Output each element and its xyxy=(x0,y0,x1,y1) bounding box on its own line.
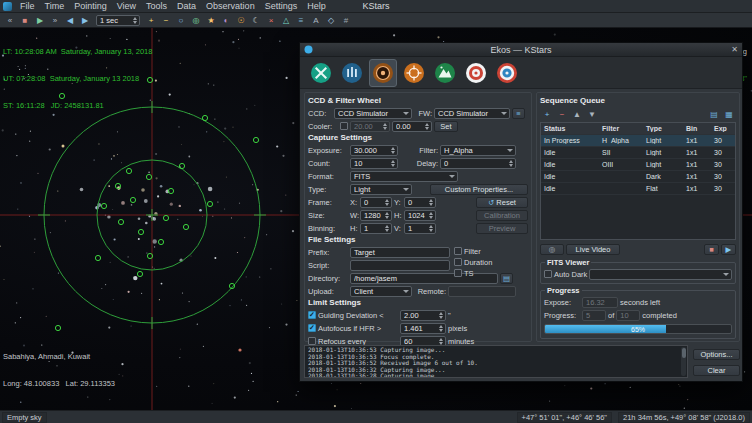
refocus-every-checkbox[interactable] xyxy=(308,337,316,345)
bin-v-spin[interactable]: 1 xyxy=(404,223,436,234)
reset-frame-button[interactable]: ↺Reset xyxy=(476,197,528,208)
add-job-icon[interactable]: + xyxy=(540,108,554,121)
zoom-in-icon[interactable]: + xyxy=(144,14,158,27)
autofocus-hfr-spin[interactable]: 1.461 xyxy=(400,323,446,334)
time-play-icon[interactable]: ▶ xyxy=(33,14,47,27)
sequence-row[interactable]: IdleSIILight1x130 xyxy=(541,147,735,159)
open-sequence-icon[interactable]: ▤ xyxy=(707,108,721,121)
prefix-filter-checkbox[interactable] xyxy=(454,247,462,255)
find-object-icon[interactable]: ○ xyxy=(174,14,188,27)
menu-help[interactable]: Help xyxy=(302,0,331,13)
upload-combo[interactable]: Client xyxy=(350,286,412,297)
moon-toggle-icon[interactable]: ☾ xyxy=(249,14,263,27)
start-sequence-button[interactable]: ▶ xyxy=(721,244,736,255)
tab-setup[interactable] xyxy=(307,59,335,87)
menu-settings[interactable]: Settings xyxy=(260,0,303,13)
time-backward-icon[interactable]: ◀ xyxy=(63,14,77,27)
ccd-combo[interactable]: CCD Simulator xyxy=(334,108,412,119)
temperature-target-spin[interactable]: 0.00 xyxy=(392,121,432,132)
prefix-ts-checkbox[interactable] xyxy=(454,269,462,277)
ekos-titlebar[interactable]: Ekos — KStars ✕ xyxy=(300,43,742,57)
preview-capture-button[interactable]: ◎ xyxy=(540,244,564,255)
exposure-spin[interactable]: 30.000 xyxy=(350,145,398,156)
menu-tools[interactable]: Tools xyxy=(141,0,172,13)
location-infobox[interactable]: Sabahiya, Ahmadi, Kuwait Long: 48.100833… xyxy=(3,334,115,406)
prefix-input[interactable]: Target xyxy=(350,247,450,258)
autofocus-hfr-label: Autofocus if HFR > xyxy=(318,324,398,333)
bin-h-spin[interactable]: 1 xyxy=(360,223,392,234)
stop-sequence-button[interactable]: ■ xyxy=(704,244,719,255)
close-icon[interactable]: ✕ xyxy=(731,45,738,54)
prefix-duration-checkbox[interactable] xyxy=(454,258,462,266)
temperature-current-spin[interactable]: 20.00 xyxy=(350,121,390,132)
constellation-lines-icon[interactable]: ≡ xyxy=(294,14,308,27)
guiding-deviation-spin[interactable]: 2.00 xyxy=(400,310,446,321)
guiding-deviation-unit: " xyxy=(448,311,451,320)
tab-observatory[interactable] xyxy=(493,59,521,87)
set-focus-icon[interactable]: ◎ xyxy=(189,14,203,27)
script-input[interactable] xyxy=(350,260,450,271)
delay-spin[interactable]: 0 xyxy=(440,158,516,169)
fw-combo[interactable]: CCD Simulator xyxy=(434,108,510,119)
sequence-row[interactable]: IdleDark1x130 xyxy=(541,171,735,183)
menu-view[interactable]: View xyxy=(112,0,141,13)
progress-group: Progress Expose: 16.32 seconds left Prog… xyxy=(540,290,736,339)
auto-dark-checkbox[interactable] xyxy=(544,270,552,278)
constellation-names-icon[interactable]: A xyxy=(309,14,323,27)
coordinate-grid-icon[interactable]: # xyxy=(339,14,353,27)
menu-file[interactable]: File xyxy=(15,0,40,13)
guiding-deviation-checkbox[interactable] xyxy=(308,311,316,319)
device-settings-icon[interactable]: ≡ xyxy=(512,108,525,119)
frame-y-spin[interactable]: 0 xyxy=(404,197,436,208)
time-step-combo[interactable]: 1 sec xyxy=(96,15,140,26)
time-stop-icon[interactable]: ■ xyxy=(18,14,32,27)
menu-pointing[interactable]: Pointing xyxy=(69,0,112,13)
supernovae-toggle-icon[interactable]: × xyxy=(264,14,278,27)
tab-indi[interactable] xyxy=(338,59,366,87)
custom-properties-button[interactable]: Custom Properties... xyxy=(430,184,528,195)
tab-capture[interactable] xyxy=(369,59,397,87)
move-up-icon[interactable]: ▲ xyxy=(570,108,584,121)
remove-job-icon[interactable]: − xyxy=(555,108,569,121)
format-combo[interactable]: FITS xyxy=(350,171,458,182)
type-combo[interactable]: Light xyxy=(350,184,412,195)
time-infobox[interactable]: LT: 10:28:08 AM Saturday, January 13, 20… xyxy=(3,29,152,128)
filter-combo[interactable]: H_Alpha xyxy=(440,145,516,156)
move-down-icon[interactable]: ▼ xyxy=(585,108,599,121)
effects-combo[interactable] xyxy=(589,269,732,280)
tab-guide[interactable] xyxy=(462,59,490,87)
count-spin[interactable]: 10 xyxy=(350,158,398,169)
remote-input[interactable] xyxy=(448,286,516,297)
autofocus-hfr-checkbox[interactable] xyxy=(308,324,316,332)
sequence-row[interactable]: In ProgressH_AlphaLight1x130 xyxy=(541,135,735,147)
clear-button[interactable]: Clear xyxy=(693,365,740,376)
frame-x-spin[interactable]: 0 xyxy=(360,197,392,208)
menu-data[interactable]: Data xyxy=(172,0,201,13)
time-rewind-icon[interactable]: « xyxy=(3,14,17,27)
tab-focus[interactable] xyxy=(400,59,428,87)
set-temperature-button[interactable]: Set xyxy=(434,121,458,132)
sequence-row[interactable]: IdleFlat1x130 xyxy=(541,183,735,195)
solar-system-toggle-icon[interactable]: ☉ xyxy=(234,14,248,27)
statusbar: Empty sky +47° 51' 01", +46° 46' 56" 21h… xyxy=(0,410,752,423)
time-forward-icon[interactable]: ▶ xyxy=(78,14,92,27)
sequence-row[interactable]: IdleOIIILight1x130 xyxy=(541,159,735,171)
time-step-forward-icon[interactable]: » xyxy=(48,14,62,27)
preview-button[interactable]: Preview xyxy=(476,223,528,234)
live-video-button[interactable]: Live Video xyxy=(566,244,620,255)
options-button[interactable]: Options... xyxy=(693,349,740,360)
deep-sky-toggle-icon[interactable]: ◐ xyxy=(219,14,233,27)
tab-align[interactable] xyxy=(431,59,459,87)
cooler-checkbox[interactable] xyxy=(340,122,348,130)
size-h-spin[interactable]: 1024 xyxy=(404,210,436,221)
menu-observation[interactable]: Observation xyxy=(201,0,260,13)
log-scrollbar[interactable] xyxy=(681,347,686,376)
size-w-spin[interactable]: 1280 xyxy=(360,210,392,221)
milky-way-icon[interactable]: ◇ xyxy=(324,14,338,27)
stars-toggle-icon[interactable]: ★ xyxy=(204,14,218,27)
save-sequence-icon[interactable]: ▦ xyxy=(722,108,736,121)
menu-time[interactable]: Time xyxy=(40,0,70,13)
zoom-out-icon[interactable]: − xyxy=(159,14,173,27)
calibration-button[interactable]: Calibration xyxy=(476,210,528,221)
satellites-toggle-icon[interactable]: △ xyxy=(279,14,293,27)
